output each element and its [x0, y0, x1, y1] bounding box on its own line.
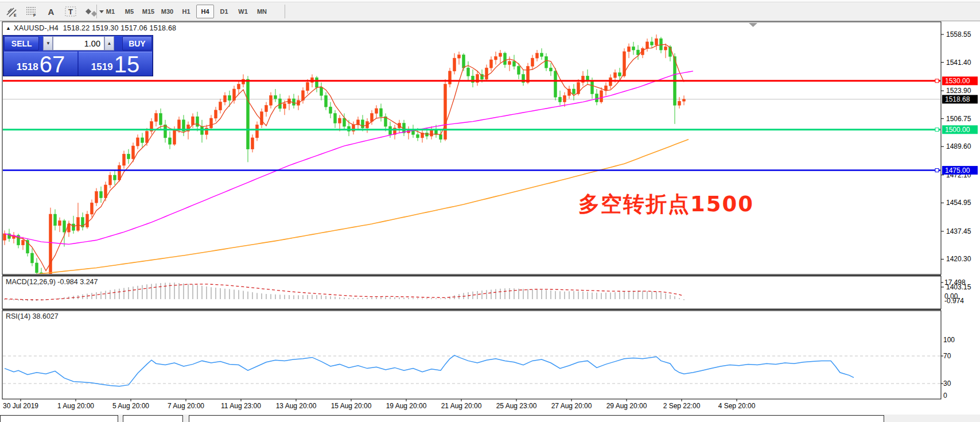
main-toolbar: E F A T M1M5M15M30H1H4D1W1MN — [0, 2, 980, 21]
sell-price-small: 1518 — [17, 61, 38, 76]
tf-button-mn[interactable]: MN — [253, 5, 271, 18]
buy-button[interactable]: BUY — [122, 36, 152, 51]
svg-text:E: E — [14, 13, 17, 17]
sell-price-display[interactable]: 1518 67 — [4, 52, 77, 76]
tf-button-d1[interactable]: D1 — [215, 5, 233, 18]
trade-panel-top-row: SELL ▼ 1.00 ▲ BUY — [3, 36, 153, 51]
equidistant-channel-icon[interactable]: E — [3, 4, 21, 19]
chart-tab[interactable] — [189, 415, 884, 422]
chart-text-annotation[interactable]: 多空转折点1500 — [578, 190, 754, 219]
tf-button-m1[interactable]: M1 — [102, 5, 119, 18]
ohlc-values: 1518.22 1519.30 1517.06 1518.68 — [63, 24, 176, 32]
one-click-trade-panel: SELL ▼ 1.00 ▲ BUY 1518 67 1519 15 — [3, 35, 153, 76]
text-label-icon[interactable]: T — [62, 4, 79, 19]
tf-button-m30[interactable]: M30 — [158, 5, 176, 18]
collapse-triangle-icon[interactable]: ▲ — [6, 25, 11, 31]
symbol-timeframe: XAUUSD-,H4 — [14, 24, 59, 32]
fibonacci-icon[interactable]: F — [23, 4, 40, 19]
chart-title-bar: ▲XAUUSD-,H41518.22 1519.30 1517.06 1518.… — [6, 24, 176, 32]
buy-price-small: 1519 — [91, 61, 113, 76]
buy-price-big: 15 — [114, 53, 140, 76]
timeframe-toolbar: M1M5M15M30H1H4D1W1MN — [101, 2, 271, 21]
toolbar-separator — [96, 5, 97, 18]
macd-indicator-label: MACD(12,26,9) -0.984 3.247 — [6, 278, 98, 286]
chart-tab[interactable] — [0, 415, 118, 422]
chart-tab[interactable] — [123, 415, 183, 422]
toolbar-separator — [285, 5, 285, 18]
svg-text:T: T — [68, 7, 73, 16]
drawing-tools-group: E F A T — [3, 2, 106, 21]
tf-button-h4[interactable]: H4 — [196, 5, 214, 18]
mt4-window: E F A T M1M5M15M30H1H4D1W1MN — [0, 0, 980, 422]
tf-button-h1[interactable]: H1 — [177, 5, 195, 18]
sell-price-big: 67 — [40, 53, 65, 76]
sell-button[interactable]: SELL — [4, 36, 39, 51]
volume-increase-button[interactable]: ▲ — [104, 36, 114, 51]
chart-background — [0, 21, 980, 415]
svg-text:F: F — [33, 13, 36, 17]
buy-price-display[interactable]: 1519 15 — [79, 52, 152, 76]
chart-tab-strip — [0, 415, 980, 422]
tf-button-m15[interactable]: M15 — [139, 5, 157, 18]
volume-input[interactable]: 1.00 — [53, 36, 104, 51]
tf-button-m5[interactable]: M5 — [120, 5, 138, 18]
rsi-indicator-label: RSI(14) 38.6027 — [6, 312, 59, 320]
tf-button-w1[interactable]: W1 — [234, 5, 252, 18]
trade-panel-price-row: 1518 67 1519 15 — [3, 51, 153, 76]
volume-decrease-button[interactable]: ▼ — [43, 36, 53, 51]
text-tool-icon[interactable]: A — [42, 4, 60, 19]
